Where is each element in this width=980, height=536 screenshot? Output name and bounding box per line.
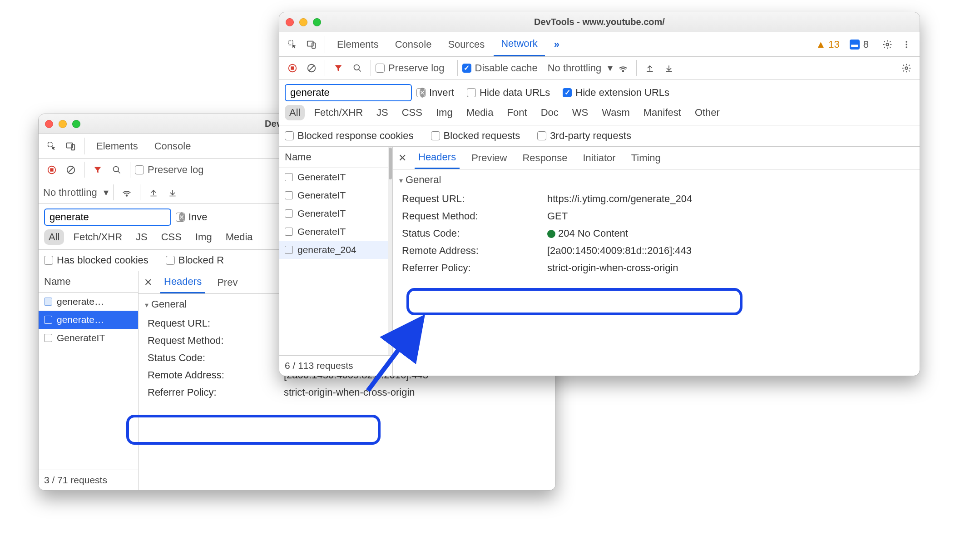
tab-console[interactable]: Console (388, 32, 439, 56)
device-toolbar-icon[interactable] (62, 138, 79, 155)
blocked-cookies-checkbox[interactable]: Has blocked cookies (44, 254, 148, 266)
filter-icon[interactable] (89, 161, 106, 179)
general-section[interactable]: General (393, 169, 920, 190)
blocked-requests-checkbox[interactable]: Blocked requests (431, 130, 520, 142)
detail-tab-headers[interactable]: Headers (415, 147, 460, 169)
filter-field[interactable] (49, 211, 174, 223)
search-icon[interactable] (108, 161, 125, 179)
request-row[interactable]: generate_204 (279, 241, 392, 259)
inspect-icon[interactable] (284, 36, 301, 53)
detail-tab-preview[interactable]: Preview (468, 147, 510, 169)
kv-request-method: Request Method:GET (393, 208, 920, 225)
chip-img[interactable]: Img (431, 105, 457, 120)
preserve-log-checkbox[interactable]: Preserve log (135, 164, 204, 176)
warnings-badge[interactable]: ▲ 13 (816, 39, 839, 50)
titlebar[interactable]: DevTools - www.youtube.com/ (279, 12, 920, 32)
kv-remote-address: Remote Address:[2a00:1450:4009:81d::2016… (393, 242, 920, 259)
upload-har-icon[interactable] (641, 60, 658, 77)
name-column-header[interactable]: Name (279, 147, 392, 168)
network-settings-icon[interactable] (898, 60, 915, 77)
file-icon (44, 316, 52, 324)
throttling-select[interactable]: No throttling▾ (43, 187, 109, 199)
svg-rect-4 (50, 168, 53, 171)
disable-cache-checkbox[interactable]: Disable cache (462, 62, 538, 74)
tab-network[interactable]: Network (494, 32, 545, 56)
chip-fetchxhr[interactable]: Fetch/XHR (69, 229, 127, 245)
chip-img[interactable]: Img (191, 229, 217, 245)
record-button[interactable] (284, 60, 301, 77)
chip-wasm[interactable]: Wasm (597, 105, 634, 120)
hide-extension-urls-checkbox[interactable]: Hide extension URLs (563, 87, 669, 99)
request-row[interactable]: GenerateIT (39, 329, 138, 347)
blocked-cookies-checkbox[interactable]: Blocked response cookies (285, 130, 414, 142)
request-count-footer: 3 / 71 requests (39, 470, 138, 490)
network-conditions-icon[interactable] (614, 60, 632, 77)
download-har-icon[interactable] (164, 184, 181, 201)
request-row[interactable]: generate… (39, 293, 138, 311)
tab-elements[interactable]: Elements (330, 32, 386, 56)
name-column-header[interactable]: Name (39, 271, 138, 293)
filter-input[interactable]: ✕ (285, 84, 412, 101)
request-row[interactable]: GenerateIT (279, 168, 392, 186)
detail-tab-preview[interactable]: Prev (213, 271, 241, 293)
chip-manifest[interactable]: Manifest (639, 105, 686, 120)
settings-icon[interactable] (879, 36, 896, 53)
blocked-requests-checkbox[interactable]: Blocked R (166, 254, 224, 266)
invert-checkbox[interactable]: Invert (416, 87, 454, 99)
filter-field[interactable] (290, 87, 415, 99)
hide-data-urls-checkbox[interactable]: Hide data URLs (467, 87, 550, 99)
kebab-menu-icon[interactable] (898, 36, 915, 53)
chip-media[interactable]: Media (462, 105, 498, 120)
chip-js[interactable]: JS (131, 229, 152, 245)
kv-request-url: Request URL:https://i.ytimg.com/generate… (393, 190, 920, 208)
record-button[interactable] (43, 161, 60, 179)
detail-tab-initiator[interactable]: Initiator (579, 147, 619, 169)
search-icon[interactable] (349, 60, 366, 77)
filter-icon[interactable] (330, 60, 347, 77)
chip-media[interactable]: Media (221, 229, 257, 245)
clear-button[interactable] (62, 161, 79, 179)
svg-point-7 (114, 166, 119, 172)
detail-tab-response[interactable]: Response (519, 147, 571, 169)
close-detail-icon[interactable]: ✕ (144, 277, 152, 288)
upload-har-icon[interactable] (145, 184, 162, 201)
detail-tabs: ✕ Headers Preview Response Initiator Tim… (393, 147, 920, 169)
device-toolbar-icon[interactable] (303, 36, 320, 53)
chip-css[interactable]: CSS (397, 105, 427, 120)
svg-point-21 (354, 65, 360, 70)
chip-all[interactable]: All (44, 229, 64, 245)
tab-console[interactable]: Console (147, 134, 198, 158)
issues-badge[interactable]: ▬8 (850, 39, 869, 50)
close-detail-icon[interactable]: ✕ (398, 152, 406, 164)
invert-checkbox[interactable]: Inve (176, 211, 208, 223)
tab-sources[interactable]: Sources (441, 32, 492, 56)
tab-elements[interactable]: Elements (89, 134, 145, 158)
request-row[interactable]: generate… (39, 311, 138, 329)
chip-js[interactable]: JS (372, 105, 393, 120)
preserve-log-checkbox[interactable]: Preserve log (376, 62, 445, 74)
chip-ws[interactable]: WS (568, 105, 593, 120)
chip-all[interactable]: All (285, 105, 305, 120)
filter-input[interactable]: ✕ (44, 208, 171, 226)
request-row[interactable]: GenerateIT (279, 204, 392, 223)
third-party-checkbox[interactable]: 3rd-party requests (537, 130, 631, 142)
request-list-panel: Name generate… generate… GenerateIT 3 / … (39, 271, 139, 490)
chip-other[interactable]: Other (690, 105, 724, 120)
chip-fetchxhr[interactable]: Fetch/XHR (309, 105, 367, 120)
clear-button[interactable] (303, 60, 320, 77)
chip-css[interactable]: CSS (157, 229, 186, 245)
status-dot-icon (547, 230, 555, 238)
chip-font[interactable]: Font (503, 105, 532, 120)
detail-tab-headers[interactable]: Headers (160, 271, 205, 293)
chip-doc[interactable]: Doc (536, 105, 563, 120)
request-list-panel: Name GenerateIT GenerateIT GenerateIT Ge… (279, 147, 393, 376)
scrollbar[interactable] (388, 147, 392, 355)
request-row[interactable]: GenerateIT (279, 223, 392, 241)
more-tabs-icon[interactable]: » (547, 32, 567, 56)
throttling-select[interactable]: No throttling▾ (548, 62, 613, 74)
detail-tab-timing[interactable]: Timing (628, 147, 664, 169)
network-conditions-icon[interactable] (118, 184, 135, 201)
inspect-icon[interactable] (43, 138, 60, 155)
request-row[interactable]: GenerateIT (279, 186, 392, 204)
download-har-icon[interactable] (660, 60, 678, 77)
